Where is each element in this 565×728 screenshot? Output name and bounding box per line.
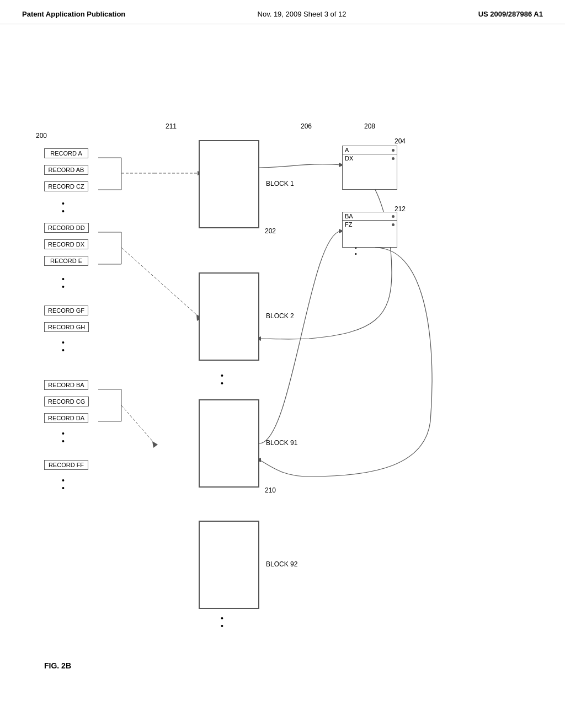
- record-box-record-dd: RECORD DD: [44, 223, 89, 233]
- label-210: 210: [265, 486, 276, 494]
- record-box-record-gf: RECORD GF: [44, 306, 88, 315]
- record-box-record-e: RECORD E: [44, 256, 88, 266]
- block-label-block1: BLOCK 1: [266, 180, 294, 188]
- block-label-block92: BLOCK 92: [266, 560, 297, 568]
- block-box-block92: [199, 521, 259, 609]
- label-211: 211: [166, 122, 177, 130]
- label-208: 208: [364, 122, 375, 130]
- block-label-block91: BLOCK 91: [266, 439, 297, 447]
- label-202: 202: [265, 227, 276, 235]
- dots-blocks-2: ••: [221, 614, 224, 630]
- figure-label: FIG. 2B: [44, 661, 71, 670]
- data-box-row-text: BA: [345, 213, 353, 220]
- svg-line-9: [121, 248, 199, 317]
- svg-line-14: [121, 405, 154, 443]
- record-box-record-ff: RECORD FF: [44, 460, 88, 470]
- block-label-block2: BLOCK 2: [266, 312, 294, 320]
- data-box-row: DX: [343, 154, 397, 162]
- data-box-row: BA: [343, 212, 397, 221]
- record-box-record-da: RECORD DA: [44, 413, 88, 423]
- data-box-row-text: A: [345, 147, 349, 153]
- dots-group1: ••: [62, 200, 65, 215]
- dots-group5: ••: [62, 477, 65, 492]
- dots-blocks-1: ••: [221, 372, 224, 387]
- dots-group3: ••: [62, 339, 65, 354]
- data-box-dot: [392, 223, 395, 226]
- block-box-block2: [199, 272, 259, 361]
- data-box-row: A: [343, 146, 397, 154]
- record-box-record-cz: RECORD CZ: [44, 181, 88, 191]
- header-left: Patent Application Publication: [22, 10, 125, 18]
- record-box-record-a: RECORD A: [44, 148, 88, 158]
- data-box-row-text: DX: [345, 155, 353, 162]
- dots-group2: ••: [62, 275, 65, 291]
- data-box-dot: [392, 149, 395, 152]
- svg-marker-15: [152, 441, 158, 448]
- record-box-record-ba: RECORD BA: [44, 380, 88, 390]
- record-box-record-ab: RECORD AB: [44, 165, 88, 175]
- header-right: US 2009/287986 A1: [478, 10, 543, 18]
- diagram-svg: [0, 24, 565, 719]
- label-204: 204: [395, 137, 406, 145]
- data-box-databox-204: ADX: [342, 146, 397, 190]
- diagram: 200 211 202 206 208 204 212 210 •• •• ••…: [0, 24, 565, 719]
- label-206: 206: [301, 122, 312, 130]
- record-box-record-dx: RECORD DX: [44, 239, 88, 249]
- page-header: Patent Application Publication Nov. 19, …: [0, 0, 565, 24]
- header-center: Nov. 19, 2009 Sheet 3 of 12: [258, 10, 347, 18]
- data-box-row-text: FZ: [345, 221, 352, 228]
- data-box-row: FZ: [343, 221, 397, 228]
- data-box-dot: [392, 215, 395, 218]
- block-box-block91: [199, 399, 259, 488]
- label-200: 200: [36, 132, 47, 140]
- data-box-dot: [392, 157, 395, 160]
- record-box-record-cg: RECORD CG: [44, 397, 89, 406]
- record-box-record-gh: RECORD GH: [44, 322, 89, 332]
- block-box-block1: [199, 140, 259, 228]
- dots-group4: ••: [62, 430, 65, 445]
- data-box-databox-212: BAFZ: [342, 212, 397, 248]
